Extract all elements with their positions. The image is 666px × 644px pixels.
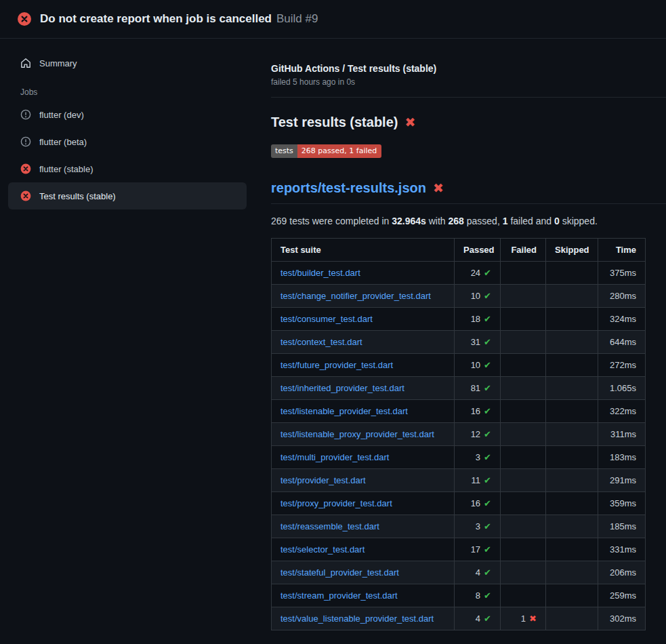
summary-text: failed and xyxy=(508,216,555,226)
test-suite-link[interactable]: test/builder_test.dart xyxy=(280,268,360,278)
test-suite-link[interactable]: test/change_notifier_provider_test.dart xyxy=(280,291,431,301)
table-row: test/provider_test.dart 11✔ 291ms xyxy=(272,469,646,492)
passed-cell: 4✔ xyxy=(455,607,501,630)
check-icon: ✔ xyxy=(484,475,491,485)
time-cell: 322ms xyxy=(598,400,646,423)
test-suite-link[interactable]: test/provider_test.dart xyxy=(280,475,366,485)
sidebar-job-item[interactable]: flutter (beta) xyxy=(8,128,247,155)
check-icon: ✔ xyxy=(484,314,491,324)
test-suite-link[interactable]: test/proxy_provider_test.dart xyxy=(280,498,392,508)
cross-icon: ✖ xyxy=(404,116,415,129)
test-suite-link[interactable]: test/stateful_provider_test.dart xyxy=(280,567,399,578)
test-suite-link[interactable]: test/context_test.dart xyxy=(280,337,362,347)
passed-cell: 31✔ xyxy=(455,331,501,354)
table-row: test/context_test.dart 31✔ 644ms xyxy=(272,331,646,354)
skipped-cell xyxy=(546,308,598,331)
table-row: test/reassemble_test.dart 3✔ 185ms xyxy=(272,515,646,538)
job-status-neutral-icon xyxy=(20,136,31,147)
passed-cell: 3✔ xyxy=(455,446,501,469)
passed-cell: 3✔ xyxy=(455,515,501,538)
table-row: test/proxy_provider_test.dart 16✔ 359ms xyxy=(272,492,646,515)
col-passed: Passed xyxy=(455,239,501,262)
summary-failed: 1 xyxy=(503,216,508,226)
test-suite-link[interactable]: test/value_listenable_provider_test.dart xyxy=(280,613,434,624)
test-suite-link[interactable]: test/multi_provider_test.dart xyxy=(280,452,389,462)
time-cell: 183ms xyxy=(598,446,646,469)
passed-cell: 18✔ xyxy=(455,308,501,331)
table-row: test/future_provider_test.dart 10✔ 272ms xyxy=(272,354,646,377)
cross-icon: ✖ xyxy=(529,613,537,624)
test-suite-link[interactable]: test/reassemble_test.dart xyxy=(280,521,379,531)
test-suite-link[interactable]: test/selector_test.dart xyxy=(280,544,365,555)
check-icon: ✔ xyxy=(484,337,491,347)
table-row: test/consumer_test.dart 18✔ 324ms xyxy=(272,308,646,331)
jobs-section-label: Jobs xyxy=(8,77,247,101)
check-icon: ✔ xyxy=(484,268,491,278)
test-suite-link[interactable]: test/consumer_test.dart xyxy=(280,314,373,324)
table-header-row: Test suite Passed Failed Skipped Time xyxy=(272,239,646,262)
sidebar-job-label: Test results (stable) xyxy=(39,191,116,201)
check-icon: ✔ xyxy=(484,590,491,601)
skipped-cell xyxy=(546,561,598,584)
skipped-cell xyxy=(546,492,598,515)
section-divider xyxy=(271,97,666,98)
passed-cell: 17✔ xyxy=(455,538,501,561)
time-cell: 206ms xyxy=(598,561,646,584)
col-failed: Failed xyxy=(501,239,546,262)
passed-cell: 4✔ xyxy=(455,561,501,584)
skipped-cell xyxy=(546,354,598,377)
failed-cell: 1✖ xyxy=(501,607,546,630)
summary-text: skipped. xyxy=(560,216,598,226)
test-suite-link[interactable]: test/listenable_provider_test.dart xyxy=(280,406,408,416)
test-suite-link[interactable]: test/listenable_proxy_provider_test.dart xyxy=(280,429,434,439)
home-icon xyxy=(20,58,31,68)
report-heading-row: reports/test-results.json ✖ xyxy=(271,180,666,204)
sidebar-job-label: flutter (stable) xyxy=(39,164,93,174)
skipped-cell xyxy=(546,400,598,423)
skipped-cell xyxy=(546,446,598,469)
failed-cell xyxy=(501,285,546,308)
summary-time: 32.964s xyxy=(392,216,426,226)
skipped-cell xyxy=(546,584,598,607)
table-row: test/selector_test.dart 17✔ 331ms xyxy=(272,538,646,561)
table-row: test/inherited_provider_test.dart 81✔ 1.… xyxy=(272,377,646,400)
failed-cell xyxy=(501,423,546,446)
test-suite-link[interactable]: test/stream_provider_test.dart xyxy=(280,590,398,601)
failed-cell xyxy=(501,308,546,331)
skipped-cell xyxy=(546,423,598,446)
failed-cell xyxy=(501,469,546,492)
skipped-cell xyxy=(546,538,598,561)
sidebar-item-summary[interactable]: Summary xyxy=(8,49,247,77)
passed-cell: 12✔ xyxy=(455,423,501,446)
report-file-link[interactable]: reports/test-results.json xyxy=(271,180,426,196)
job-status-neutral-icon xyxy=(20,109,31,120)
time-cell: 302ms xyxy=(598,607,646,630)
time-cell: 1.065s xyxy=(598,377,646,400)
failed-cell xyxy=(501,354,546,377)
main-content: GitHub Actions / Test results (stable) f… xyxy=(255,39,666,630)
passed-cell: 16✔ xyxy=(455,492,501,515)
sidebar-job-item[interactable]: flutter (dev) xyxy=(8,101,247,128)
test-suite-link[interactable]: test/future_provider_test.dart xyxy=(280,360,393,370)
run-failed-status-icon xyxy=(18,12,31,26)
check-icon: ✔ xyxy=(484,406,491,416)
failed-cell xyxy=(501,561,546,584)
run-title: Do not create report when job is cancell… xyxy=(40,12,272,26)
results-table-body: test/builder_test.dart 24✔ 375ms test/ch… xyxy=(272,262,646,630)
passed-cell: 10✔ xyxy=(455,354,501,377)
test-suite-link[interactable]: test/inherited_provider_test.dart xyxy=(280,383,404,393)
skipped-cell xyxy=(546,331,598,354)
time-cell: 185ms xyxy=(598,515,646,538)
passed-cell: 16✔ xyxy=(455,400,501,423)
table-row: test/listenable_provider_test.dart 16✔ 3… xyxy=(272,400,646,423)
workflow-breadcrumb: GitHub Actions / Test results (stable) xyxy=(271,63,666,74)
sidebar-summary-label: Summary xyxy=(39,58,77,68)
sidebar-job-item[interactable]: flutter (stable) xyxy=(8,155,247,182)
sidebar-job-item[interactable]: Test results (stable) xyxy=(8,182,247,209)
table-row: test/stateful_provider_test.dart 4✔ 206m… xyxy=(272,561,646,584)
table-row: test/change_notifier_provider_test.dart … xyxy=(272,285,646,308)
time-cell: 359ms xyxy=(598,492,646,515)
failed-cell xyxy=(501,262,546,285)
time-cell: 259ms xyxy=(598,584,646,607)
col-skipped: Skipped xyxy=(546,239,598,262)
